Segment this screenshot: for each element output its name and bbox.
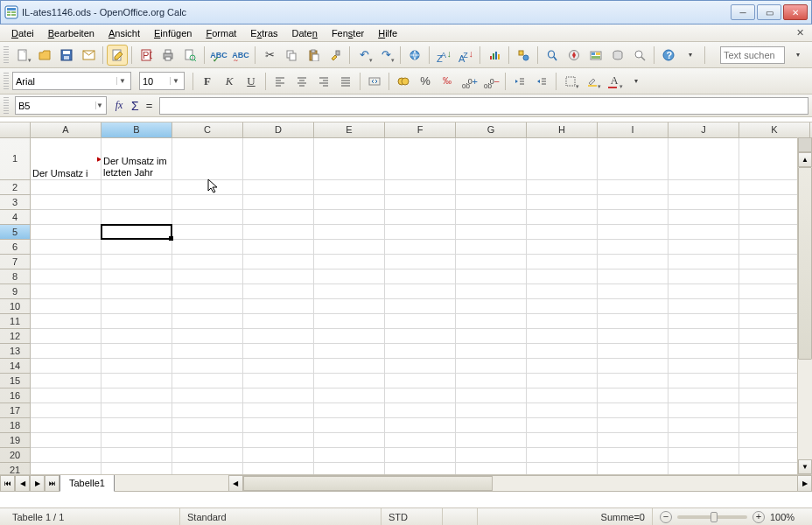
scroll-thumb[interactable] [798,167,812,360]
sort-asc-button[interactable]: AZ↓ [433,45,454,66]
cell[interactable] [31,255,102,270]
menu-fenster[interactable]: Fenster [326,26,370,40]
datasources-button[interactable] [607,45,628,66]
cell[interactable] [598,210,668,225]
cell[interactable] [385,270,456,284]
align-left-button[interactable] [270,71,290,92]
cell[interactable] [102,374,172,388]
zoom-slider-knob[interactable] [710,512,718,522]
cell[interactable] [31,374,102,388]
formula-input[interactable] [159,97,808,115]
col-header-j[interactable]: J [668,122,739,137]
find-button[interactable] [542,45,563,66]
cell[interactable] [102,255,172,270]
cell[interactable] [102,359,172,374]
row-header[interactable]: 20 [0,448,30,463]
toolbar-grip[interactable] [4,46,9,64]
cut-button[interactable]: ✂ [259,45,280,66]
cell[interactable] [527,270,598,284]
undo-button[interactable]: ↶ [354,45,374,66]
cell[interactable] [102,388,172,403]
font-name-input[interactable] [16,76,114,87]
underline-button[interactable]: U [241,71,262,92]
cell[interactable] [598,225,668,240]
scroll-up-button[interactable]: ▲ [798,152,812,167]
cell[interactable] [172,448,243,463]
cell[interactable] [385,210,456,225]
row-header[interactable]: 8 [0,270,30,284]
cell[interactable] [668,314,739,329]
cell[interactable] [31,418,102,433]
dropdown-icon[interactable]: ▼ [170,77,181,85]
cell[interactable] [527,314,598,329]
cell[interactable] [102,433,172,448]
cell[interactable] [243,255,314,270]
cell[interactable] [102,418,172,433]
help-button[interactable]: ? [658,45,679,66]
cell-grid[interactable]: Der Umsatz i▶ Der Umsatz im letzten Jahr [31,138,812,474]
cell[interactable] [243,314,314,329]
cell[interactable] [668,403,739,418]
col-header-i[interactable]: I [598,122,668,137]
name-box[interactable]: ▼ [15,96,107,115]
status-sum[interactable]: Summe=0 [478,508,653,525]
cell[interactable] [243,463,314,474]
cell[interactable] [172,418,243,433]
cell[interactable] [598,299,668,314]
zoom-slider[interactable] [677,515,747,519]
cell[interactable] [456,270,527,284]
cell[interactable] [172,195,243,210]
cell[interactable] [31,344,102,359]
save-button[interactable] [56,45,77,66]
export-pdf-button[interactable]: PDF [136,45,157,66]
row-header[interactable]: 2 [0,180,30,195]
cell[interactable] [31,195,102,210]
cell[interactable] [314,463,385,474]
font-size-input[interactable] [143,76,167,87]
cell[interactable] [385,418,456,433]
cell[interactable] [527,433,598,448]
cell[interactable] [31,359,102,374]
hyperlink-button[interactable] [404,45,425,66]
remove-decimal-button[interactable]: .000− [480,71,501,92]
edit-doc-button[interactable] [107,45,128,66]
sort-desc-button[interactable]: ZA↓ [455,45,476,66]
cell[interactable] [102,195,172,210]
cell[interactable] [314,448,385,463]
cell[interactable] [243,374,314,388]
currency-button[interactable] [393,71,414,92]
cell[interactable] [31,463,102,474]
cell[interactable] [243,195,314,210]
row-header[interactable]: 10 [0,299,30,314]
cell[interactable] [31,388,102,403]
cell[interactable] [385,433,456,448]
cell[interactable] [31,448,102,463]
italic-button[interactable]: K [219,71,240,92]
cell[interactable] [243,225,314,240]
cell[interactable] [314,374,385,388]
toolbar-grip[interactable] [4,73,9,90]
cell[interactable] [314,210,385,225]
cell[interactable] [102,240,172,255]
cell[interactable] [243,433,314,448]
cell[interactable] [385,329,456,344]
row-header[interactable]: 11 [0,314,30,329]
cell[interactable] [243,299,314,314]
cell[interactable] [456,240,527,255]
cell[interactable] [456,195,527,210]
toolbar-grip[interactable] [4,97,9,115]
cell[interactable] [385,463,456,474]
cell[interactable] [527,284,598,299]
email-button[interactable] [78,45,99,66]
cell[interactable] [385,448,456,463]
cell[interactable] [243,344,314,359]
cell[interactable] [456,344,527,359]
row-header[interactable]: 6 [0,240,30,255]
cell[interactable] [314,418,385,433]
standard-format-button[interactable]: ‰ [437,71,458,92]
format-paintbrush-button[interactable] [325,45,346,66]
cell[interactable] [385,255,456,270]
font-name-combo[interactable]: ▼ [12,72,131,90]
select-all-corner[interactable] [0,122,31,137]
cell[interactable] [598,138,668,180]
